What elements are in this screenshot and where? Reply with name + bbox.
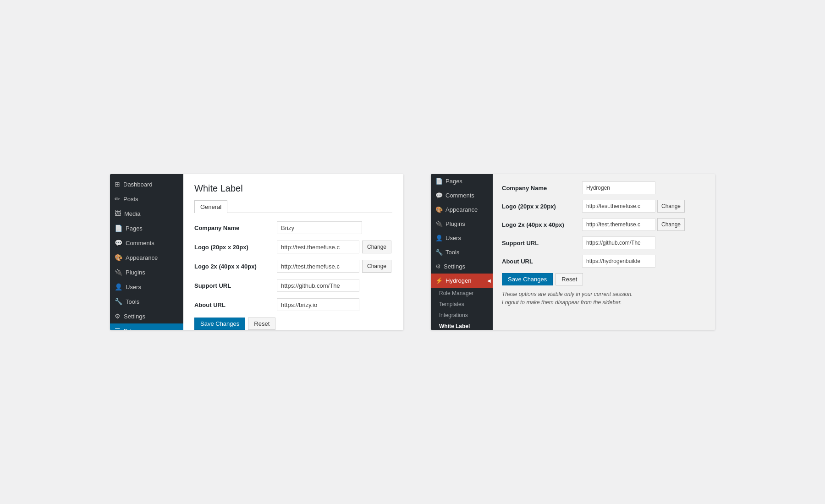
sidebar-item-appearance[interactable]: 🎨 Appearance bbox=[110, 250, 183, 265]
dashboard-icon: ⊞ bbox=[115, 181, 120, 188]
right-sidebar-item-users[interactable]: 👤 Users bbox=[431, 231, 493, 245]
right-logo-20-change-button[interactable]: Change bbox=[657, 200, 685, 213]
tab-general[interactable]: General bbox=[194, 200, 227, 213]
brizy-icon: ☰ bbox=[115, 327, 121, 330]
right-sidebar-label-settings: Settings bbox=[444, 263, 465, 270]
right-users-icon: 👤 bbox=[435, 235, 443, 241]
right-sidebar-sub-templates[interactable]: Templates bbox=[431, 299, 493, 310]
right-company-name-input[interactable] bbox=[582, 181, 655, 194]
right-appearance-icon: 🎨 bbox=[435, 206, 443, 213]
pages-icon: 📄 bbox=[115, 225, 122, 232]
right-sidebar-label-plugins: Plugins bbox=[446, 220, 465, 227]
logo-20-change-button[interactable]: Change bbox=[362, 241, 391, 253]
support-url-input[interactable] bbox=[277, 279, 359, 292]
right-support-url-input[interactable] bbox=[582, 236, 655, 249]
right-sidebar-label-appearance: Appearance bbox=[446, 206, 478, 213]
right-about-url-row: About URL bbox=[502, 255, 706, 268]
right-save-changes-button[interactable]: Save Changes bbox=[502, 273, 553, 285]
sidebar-item-plugins[interactable]: 🔌 Plugins bbox=[110, 265, 183, 279]
right-company-name-label: Company Name bbox=[502, 185, 582, 192]
company-name-label: Company Name bbox=[194, 225, 277, 231]
company-name-row: Company Name bbox=[194, 221, 392, 234]
page-title: White Label bbox=[194, 183, 392, 194]
left-actions-row: Save Changes Reset bbox=[194, 318, 392, 330]
right-sidebar: 📄 Pages 💬 Comments 🎨 Appearance 🔌 Plugin… bbox=[431, 174, 493, 330]
right-reset-button[interactable]: Reset bbox=[556, 273, 583, 285]
right-sidebar-sub-integrations[interactable]: Integrations bbox=[431, 310, 493, 321]
sidebar-label-pages: Pages bbox=[126, 225, 143, 232]
right-sidebar-item-hydrogen[interactable]: ⚡ Hydrogen bbox=[431, 274, 493, 288]
right-support-url-label: Support URL bbox=[502, 240, 582, 247]
right-sidebar-label-users: Users bbox=[446, 235, 461, 241]
right-sidebar-item-pages[interactable]: 📄 Pages bbox=[431, 174, 493, 188]
right-comments-icon: 💬 bbox=[435, 192, 443, 199]
right-hydrogen-icon: ⚡ bbox=[435, 277, 443, 284]
sidebar-label-tools: Tools bbox=[126, 298, 139, 305]
right-sidebar-item-tools[interactable]: 🔧 Tools bbox=[431, 245, 493, 259]
support-url-label: Support URL bbox=[194, 282, 277, 289]
sidebar-item-media[interactable]: 🖼 Media bbox=[110, 206, 183, 221]
right-sidebar-label-pages: Pages bbox=[446, 178, 462, 185]
sidebar-item-pages[interactable]: 📄 Pages bbox=[110, 221, 183, 236]
right-pages-icon: 📄 bbox=[435, 178, 443, 185]
company-name-input[interactable] bbox=[277, 221, 362, 234]
appearance-icon: 🎨 bbox=[115, 254, 122, 261]
support-url-row: Support URL bbox=[194, 279, 392, 292]
right-support-url-row: Support URL bbox=[502, 236, 706, 249]
right-sidebar-item-comments[interactable]: 💬 Comments bbox=[431, 188, 493, 203]
right-logo-20-label: Logo (20px x 20px) bbox=[502, 203, 582, 210]
left-panel: ⊞ Dashboard ✏ Posts 🖼 Media 📄 Pages 💬 Co… bbox=[110, 174, 403, 330]
right-logo-40-change-button[interactable]: Change bbox=[657, 218, 685, 231]
right-main-content: Company Name Logo (20px x 20px) Change L… bbox=[493, 174, 715, 330]
sidebar-item-comments[interactable]: 💬 Comments bbox=[110, 236, 183, 250]
right-logo-40-input[interactable] bbox=[582, 218, 655, 231]
right-sidebar-item-plugins[interactable]: 🔌 Plugins bbox=[431, 217, 493, 231]
sidebar-label-brizy: Brizy bbox=[124, 328, 137, 330]
sidebar-label-settings: Settings bbox=[124, 313, 145, 320]
about-url-label: About URL bbox=[194, 301, 277, 308]
sidebar-label-posts: Posts bbox=[123, 196, 138, 203]
right-logo-40-row: Logo 2x (40px x 40px) Change bbox=[502, 218, 706, 231]
sidebar-item-settings[interactable]: ⚙ Settings bbox=[110, 309, 183, 323]
right-sidebar-label-comments: Comments bbox=[446, 192, 474, 199]
save-changes-button[interactable]: Save Changes bbox=[194, 318, 245, 330]
sidebar-label-plugins: Plugins bbox=[126, 269, 145, 276]
about-url-input[interactable] bbox=[277, 298, 359, 311]
sidebar-label-comments: Comments bbox=[126, 240, 154, 247]
right-about-url-input[interactable] bbox=[582, 255, 655, 268]
logo-20-label: Logo (20px x 20px) bbox=[194, 244, 277, 251]
sidebar-item-brizy[interactable]: ☰ Brizy ◀ bbox=[110, 323, 183, 330]
right-settings-icon: ⚙ bbox=[435, 263, 441, 270]
sidebar-item-dashboard[interactable]: ⊞ Dashboard bbox=[110, 177, 183, 192]
right-sidebar-item-settings[interactable]: ⚙ Settings bbox=[431, 259, 493, 274]
posts-icon: ✏ bbox=[115, 195, 120, 203]
sidebar-label-users: Users bbox=[126, 284, 141, 290]
logo-20-input[interactable] bbox=[277, 241, 359, 253]
logo-40-input[interactable] bbox=[277, 260, 359, 273]
right-logo-20-input[interactable] bbox=[582, 200, 655, 213]
logo-40-row: Logo 2x (40px x 40px) Change bbox=[194, 260, 392, 273]
tools-icon: 🔧 bbox=[115, 298, 122, 305]
logo-40-label: Logo 2x (40px x 40px) bbox=[194, 263, 277, 270]
right-logo-20-row: Logo (20px x 20px) Change bbox=[502, 200, 706, 213]
tab-bar: General bbox=[194, 200, 392, 213]
right-company-name-row: Company Name bbox=[502, 181, 706, 194]
logo-40-change-button[interactable]: Change bbox=[362, 260, 391, 273]
about-url-row: About URL bbox=[194, 298, 392, 311]
left-main-content: White Label General Company Name Logo (2… bbox=[183, 174, 403, 330]
reset-button[interactable]: Reset bbox=[248, 318, 275, 330]
sidebar-item-posts[interactable]: ✏ Posts bbox=[110, 192, 183, 206]
right-actions-row: Save Changes Reset bbox=[502, 273, 706, 285]
right-sidebar-item-appearance[interactable]: 🎨 Appearance bbox=[431, 203, 493, 217]
right-sidebar-sub-white-label[interactable]: White Label bbox=[431, 321, 493, 330]
left-sidebar: ⊞ Dashboard ✏ Posts 🖼 Media 📄 Pages 💬 Co… bbox=[110, 174, 183, 330]
right-sidebar-label-tools: Tools bbox=[446, 249, 459, 256]
sidebar-label-appearance: Appearance bbox=[126, 254, 158, 261]
users-icon: 👤 bbox=[115, 283, 122, 290]
plugins-icon: 🔌 bbox=[115, 268, 122, 276]
sidebar-item-users[interactable]: 👤 Users bbox=[110, 279, 183, 294]
sidebar-item-tools[interactable]: 🔧 Tools bbox=[110, 294, 183, 309]
right-sidebar-sub-role-manager[interactable]: Role Manager bbox=[431, 288, 493, 299]
sidebar-label-media: Media bbox=[124, 210, 140, 217]
sidebar-label-dashboard: Dashboard bbox=[123, 181, 153, 188]
